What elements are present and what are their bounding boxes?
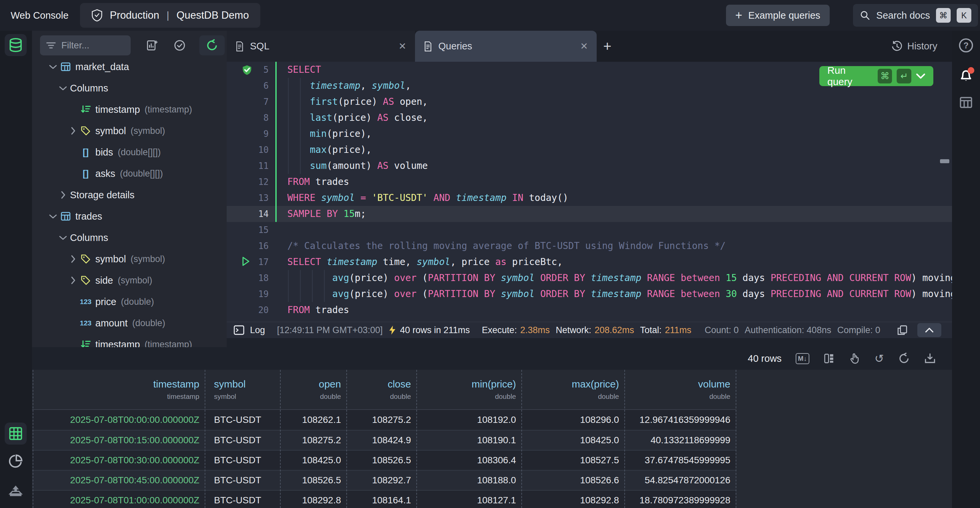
tree-item-trades[interactable]: trades bbox=[49, 206, 227, 227]
run-line-play-icon[interactable] bbox=[241, 256, 253, 268]
code-line-10[interactable]: 10 max(price), bbox=[227, 142, 952, 158]
column-separator[interactable] bbox=[521, 370, 522, 508]
chevron-down-icon[interactable] bbox=[49, 214, 57, 219]
table-row[interactable]: 2025-07-08T00:15:00.000000ZBTC-USDT10827… bbox=[32, 430, 736, 450]
results-panel-icon[interactable] bbox=[959, 95, 973, 110]
refresh-tables-button[interactable] bbox=[199, 35, 225, 55]
example-queries-button[interactable]: + Example queries bbox=[726, 5, 830, 26]
chevron-right-icon[interactable] bbox=[59, 191, 67, 199]
tree-item-columns[interactable]: Columns bbox=[59, 77, 227, 99]
filter-input-box[interactable] bbox=[40, 35, 130, 55]
chevron-down-icon[interactable] bbox=[49, 64, 57, 69]
code-line-13[interactable]: 13WHERE symbol = 'BTC-USDT' AND timestam… bbox=[227, 190, 952, 206]
tree-item-label: amount bbox=[95, 318, 128, 329]
query-success-icon bbox=[241, 64, 253, 76]
collapse-log-button[interactable] bbox=[917, 323, 941, 337]
column-separator[interactable] bbox=[33, 370, 33, 508]
tab-queries[interactable]: Queries ✕ bbox=[415, 31, 597, 62]
table-row[interactable]: 2025-07-08T00:30:00.000000ZBTC-USDT10842… bbox=[32, 450, 736, 470]
pointer-hand-icon[interactable] bbox=[849, 353, 861, 364]
tree-item-side[interactable]: side(symbol) bbox=[68, 270, 227, 291]
tree-item-storage-details[interactable]: Storage details bbox=[59, 184, 227, 206]
column-separator[interactable] bbox=[624, 370, 625, 508]
tree-item-timestamp[interactable]: timestamp(timestamp) bbox=[68, 99, 227, 120]
tree-item-columns[interactable]: Columns bbox=[59, 227, 227, 248]
code-line-20[interactable]: 20FROM trades bbox=[227, 302, 952, 318]
column-separator[interactable] bbox=[416, 370, 417, 508]
tab-queries-close-icon[interactable]: ✕ bbox=[580, 41, 588, 52]
add-materialized-view-icon[interactable] bbox=[146, 39, 158, 51]
tables-nav-database-icon[interactable] bbox=[5, 34, 27, 56]
code-line-18[interactable]: 18 avg(price) over (PARTITION BY symbol … bbox=[227, 270, 952, 286]
tree-item-bids[interactable]: []bids(double[][]) bbox=[68, 142, 227, 163]
tab-sql[interactable]: SQL ✕ bbox=[227, 31, 415, 62]
filter-input[interactable] bbox=[60, 40, 119, 51]
chevron-right-icon[interactable] bbox=[68, 276, 77, 284]
instance-pill[interactable]: Production | QuestDB Demo bbox=[80, 3, 260, 28]
run-options-chevron-icon[interactable] bbox=[916, 73, 925, 79]
code-line-15[interactable]: 15 bbox=[227, 222, 952, 238]
markdown-export-icon[interactable]: M↓ bbox=[795, 353, 809, 364]
column-separator[interactable] bbox=[280, 370, 281, 508]
tree-item-label: symbol bbox=[95, 126, 126, 136]
code-text: /* Calculates the rolling moving average… bbox=[287, 238, 725, 254]
column-header-volume[interactable]: volumedouble bbox=[624, 370, 736, 409]
chevron-down-icon[interactable] bbox=[59, 235, 67, 240]
search-docs-button[interactable]: Search docs ⌘ K bbox=[853, 4, 978, 27]
tree-item-timestamp[interactable]: timestamp(timestamp) bbox=[68, 334, 227, 347]
help-icon[interactable]: ? bbox=[958, 38, 974, 53]
tree-item-price[interactable]: 123price(double) bbox=[68, 291, 227, 312]
column-separator[interactable] bbox=[205, 370, 205, 508]
chevron-down-icon[interactable] bbox=[59, 85, 67, 91]
new-tab-button[interactable]: + bbox=[597, 31, 618, 62]
column-header-timestamp[interactable]: timestamptimestamp bbox=[32, 370, 205, 409]
suspended-tables-filter-icon[interactable] bbox=[173, 39, 186, 52]
code-line-19[interactable]: 19 avg(price) over (PARTITION BY symbol … bbox=[227, 286, 952, 302]
column-header-open[interactable]: opendouble bbox=[280, 370, 346, 409]
refresh-results-icon[interactable] bbox=[898, 353, 910, 364]
chevron-right-icon[interactable] bbox=[68, 127, 77, 135]
code-line-17[interactable]: 17SELECT timestamp time, symbol, price a… bbox=[227, 254, 952, 270]
code-line-7[interactable]: 7 first(price) AS open, bbox=[227, 94, 952, 110]
column-header-min-price-[interactable]: min(price)double bbox=[416, 370, 521, 409]
document-icon bbox=[235, 42, 244, 51]
code-line-14[interactable]: 14SAMPLE BY 15m; bbox=[227, 206, 952, 222]
notifications-bell-icon[interactable] bbox=[958, 68, 974, 83]
run-query-button[interactable]: Run query ⌘ ↵ bbox=[819, 66, 933, 86]
table-row[interactable]: 2025-07-08T00:45:00.000000ZBTC-USDT10852… bbox=[32, 470, 736, 490]
code-line-12[interactable]: 12FROM trades bbox=[227, 174, 952, 190]
restore-view-icon[interactable]: ↺ bbox=[875, 353, 885, 364]
column-header-max-price-[interactable]: max(price)double bbox=[521, 370, 624, 409]
import-icon[interactable] bbox=[5, 480, 27, 502]
tree-item-market-data[interactable]: market_data bbox=[49, 56, 227, 77]
code-text: WHERE symbol = 'BTC-USDT' AND timestamp … bbox=[287, 190, 568, 206]
copy-log-icon[interactable] bbox=[897, 324, 908, 336]
tab-sql-close-icon[interactable]: ✕ bbox=[399, 41, 406, 52]
editor-scrollbar-thumb[interactable] bbox=[940, 159, 949, 163]
chart-view-icon[interactable] bbox=[5, 450, 27, 472]
column-separator[interactable] bbox=[346, 370, 347, 508]
column-type: double bbox=[598, 393, 619, 401]
download-results-icon[interactable] bbox=[924, 353, 936, 364]
tree-item-symbol[interactable]: symbol(symbol) bbox=[68, 248, 227, 270]
table-row[interactable]: 2025-07-08T00:00:00.000000ZBTC-USDT10826… bbox=[32, 410, 736, 430]
column-separator[interactable] bbox=[736, 370, 737, 508]
history-button[interactable]: History bbox=[891, 31, 937, 62]
svg-text:?: ? bbox=[963, 41, 968, 50]
code-line-16[interactable]: 16/* Calculates the rolling moving avera… bbox=[227, 238, 952, 254]
column-header-symbol[interactable]: symbolsymbol bbox=[205, 370, 280, 409]
sql-editor[interactable]: 5SELECT6 timestamp, symbol,7 first(price… bbox=[227, 62, 952, 322]
code-line-8[interactable]: 8 last(price) AS close, bbox=[227, 110, 952, 126]
column-header-close[interactable]: closedouble bbox=[346, 370, 416, 409]
grid-layout-icon[interactable] bbox=[823, 353, 835, 364]
tree-item-amount[interactable]: 123amount(double) bbox=[68, 312, 227, 334]
code-line-11[interactable]: 11 sum(amount) AS volume bbox=[227, 158, 952, 174]
tree-item-asks[interactable]: []asks(double[][]) bbox=[68, 163, 227, 184]
chevron-right-icon[interactable] bbox=[68, 255, 77, 263]
tree-item-label: side bbox=[95, 275, 113, 286]
grid-rows: 2025-07-08T00:00:00.000000ZBTC-USDT10826… bbox=[32, 410, 736, 508]
grid-view-icon[interactable] bbox=[5, 423, 27, 444]
tree-item-symbol[interactable]: symbol(symbol) bbox=[68, 120, 227, 142]
code-line-9[interactable]: 9 min(price), bbox=[227, 126, 952, 142]
table-row[interactable]: 2025-07-08T01:00:00.000000ZBTC-USDT10829… bbox=[32, 490, 736, 508]
